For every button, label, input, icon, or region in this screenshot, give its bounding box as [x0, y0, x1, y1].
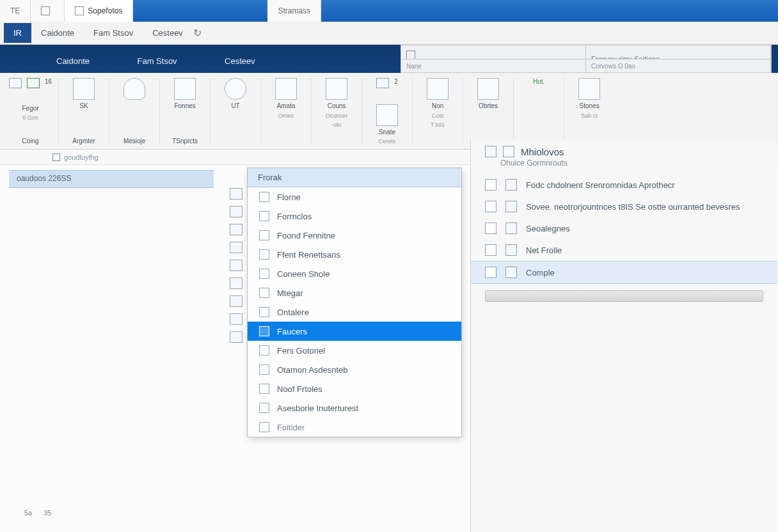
- ribbon-btn-sk[interactable]: SK: [65, 78, 102, 110]
- context-menu-item[interactable]: Fers Gotonel: [248, 341, 461, 360]
- menu-famstsov[interactable]: Fam Stsov: [84, 23, 143, 43]
- ribbon-tab-0[interactable]: Caidonte: [42, 52, 104, 70]
- menu-item-icon: [259, 249, 269, 260]
- ribbon-btn-fonnes[interactable]: Fonnes: [166, 78, 203, 110]
- task-pane-title: Mhiolovos: [521, 146, 564, 157]
- ribbon-btn-stones[interactable]: StonesSab ct: [571, 78, 608, 119]
- item-type-icon: [505, 223, 517, 234]
- task-pane-item[interactable]: Net Frolle: [471, 239, 777, 261]
- tracker[interactable]: oaudoos 226SS: [9, 170, 214, 188]
- page-icon: [75, 6, 84, 15]
- status-0: 5a: [24, 509, 32, 517]
- ribbon-btn-snate[interactable]: SnateCerets: [369, 104, 406, 145]
- task-pane-scrollbar[interactable]: [485, 290, 763, 302]
- circle-icon: [225, 78, 246, 100]
- note-icon[interactable]: [27, 78, 40, 88]
- ribbon-lbl-ts: TSnprcts: [172, 137, 198, 145]
- refresh-icon[interactable]: ↻: [193, 28, 203, 38]
- ribbon-group-3: Mesioje: [109, 78, 160, 145]
- context-menu-item[interactable]: Ffent Renettsans: [248, 245, 461, 264]
- page-lines-icon: [275, 78, 297, 100]
- strip-icon[interactable]: [230, 224, 242, 235]
- ribbon-group-4: Fonnes TSnprcts: [160, 78, 210, 145]
- menu-ir[interactable]: IR: [4, 23, 31, 43]
- ribbon-num: 16: [45, 78, 52, 88]
- ribbon-btn-obrtes[interactable]: Obrtes: [470, 78, 507, 110]
- ribbon-group-10: Obrtes: [463, 78, 514, 145]
- item-icon: [485, 201, 496, 212]
- ribbon-lbl-arg: Argmter: [72, 137, 95, 145]
- context-menu-item[interactable]: Florne: [248, 187, 461, 207]
- context-menu-item[interactable]: Coneen Shole: [248, 264, 461, 283]
- menu-cesteev[interactable]: Cesteev: [143, 23, 193, 43]
- context-menu-item[interactable]: Asesborie Inuterturest: [248, 398, 461, 418]
- title-tab-2[interactable]: Sopefotos: [65, 0, 133, 22]
- doc-icon: [406, 51, 415, 59]
- ribbon-btn-cloud[interactable]: [116, 78, 153, 100]
- ribbon-btn-fegor[interactable]: Fegor6 Gon: [12, 105, 49, 121]
- menubar: IR Caidonte Fam Stsov Cesteev ↻: [0, 22, 778, 45]
- strip-icon[interactable]: [230, 331, 242, 343]
- ribbon-lbl-coing: Coing: [22, 137, 38, 145]
- menu-item-icon: [259, 288, 269, 298]
- task-pane-item[interactable]: Comple: [471, 261, 777, 284]
- context-menu-item[interactable]: Foond Fennitne: [248, 226, 461, 245]
- card-icon: [427, 78, 449, 100]
- task-pane-item[interactable]: Seoalegnes: [471, 217, 777, 239]
- ribbon-btn-couns[interactable]: CounsOconcer-oto: [318, 78, 355, 128]
- ribbon-group-2: SK Argmter: [59, 78, 109, 145]
- mail-icon[interactable]: [9, 78, 22, 88]
- status-bar: 5a 35: [24, 509, 52, 517]
- ribbon-btn-amata[interactable]: AmataOrnes: [267, 78, 305, 119]
- item-icon: [485, 223, 496, 234]
- menu-item-icon: [259, 307, 269, 317]
- context-menu-item[interactable]: Ontalere: [248, 302, 461, 322]
- menu-item-icon: [259, 269, 269, 279]
- context-menu-item[interactable]: Faucers: [248, 322, 461, 341]
- menu-item-icon: [259, 211, 269, 221]
- strip-icon[interactable]: [230, 260, 242, 271]
- strip-icon[interactable]: [230, 242, 242, 253]
- context-menu-item[interactable]: Mtegar: [248, 283, 461, 302]
- task-pane-item[interactable]: Fodc chdolnent Srenromnidas Aprothecr: [471, 174, 777, 196]
- menu-caidonte[interactable]: Caidonte: [31, 23, 84, 43]
- context-menu-item[interactable]: Forrnclos: [248, 207, 461, 226]
- strip-icon[interactable]: [230, 313, 242, 325]
- ribbon-btn-ut[interactable]: UT: [217, 78, 254, 110]
- item-icon: [485, 244, 496, 256]
- context-menu-header: Frorak: [248, 168, 461, 187]
- menu-item-icon: [259, 230, 269, 240]
- ribbon-btn-hot[interactable]: Hot.: [520, 78, 557, 86]
- info-cell-3: Corvows O 0ao: [586, 59, 771, 72]
- strip-icon[interactable]: [230, 295, 242, 307]
- context-menu-item[interactable]: Foitider: [248, 418, 461, 437]
- context-menu-item[interactable]: Otamon Asdesnteb: [248, 360, 461, 379]
- task-pane-item[interactable]: Sovee. neotrorjountnces t8IS Se ostte ou…: [471, 196, 777, 217]
- title-subtab[interactable]: Stramass: [267, 0, 321, 22]
- ribbon: 16 Fegor6 Gon Coing SK Argmter Mesioje F…: [0, 73, 778, 150]
- context-menu-item[interactable]: Noof Frtoles: [248, 379, 461, 398]
- ribbon-tab-2[interactable]: Cesteev: [210, 52, 269, 70]
- crumb-icon: [52, 153, 60, 161]
- strip-icon[interactable]: [230, 278, 242, 289]
- pencil-icon[interactable]: [376, 78, 389, 88]
- strip-icon[interactable]: [230, 206, 242, 217]
- item-icon: [485, 179, 496, 191]
- history-icon: [485, 146, 496, 157]
- menu-item-icon: [259, 364, 269, 375]
- folder-icon: [376, 104, 398, 126]
- cloud-icon: [123, 78, 145, 100]
- ribbon-tab-1[interactable]: Fam Stsov: [123, 52, 191, 70]
- menu-item-icon: [259, 422, 269, 432]
- menu-item-icon: [259, 345, 269, 356]
- ribbon-group-11: Hot.: [514, 78, 564, 145]
- task-pane: Mhiolovos Ohuice Gormnrouts Fodc chdolne…: [470, 139, 777, 532]
- title-tab-0[interactable]: TE: [0, 0, 31, 22]
- item-type-icon: [505, 244, 517, 256]
- title-tab-1[interactable]: [31, 0, 65, 22]
- strip-icon[interactable]: [230, 188, 242, 199]
- ribbon-btn-non[interactable]: NonCostT tol1: [419, 78, 456, 128]
- doc-plus-icon: [326, 78, 347, 100]
- status-1: 35: [44, 509, 51, 517]
- item-type-icon: [505, 179, 517, 191]
